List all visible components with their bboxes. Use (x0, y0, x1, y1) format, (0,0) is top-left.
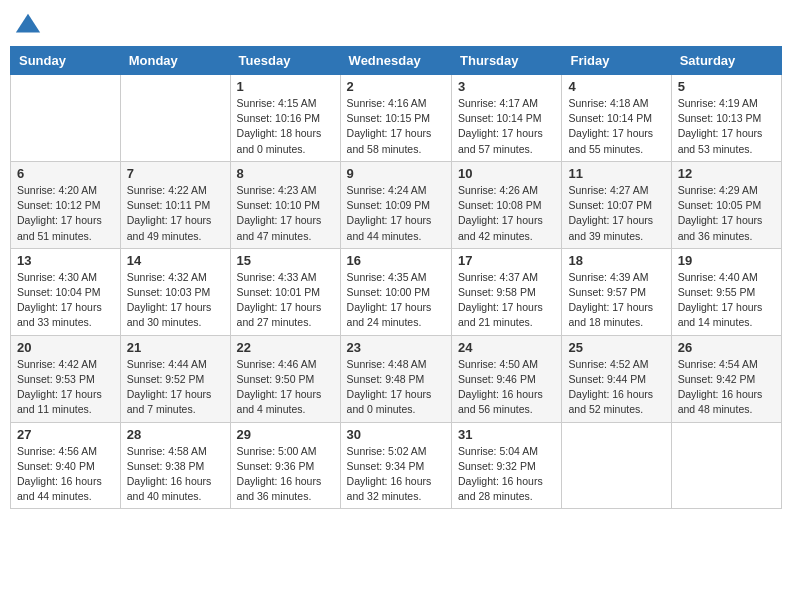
day-number: 18 (568, 253, 664, 268)
day-number: 31 (458, 427, 555, 442)
column-header-friday: Friday (562, 47, 671, 75)
day-content: Sunrise: 4:18 AM Sunset: 10:14 PM Daylig… (568, 96, 664, 157)
day-number: 29 (237, 427, 334, 442)
day-content: Sunrise: 4:54 AM Sunset: 9:42 PM Dayligh… (678, 357, 775, 418)
day-number: 6 (17, 166, 114, 181)
day-content: Sunrise: 5:04 AM Sunset: 9:32 PM Dayligh… (458, 444, 555, 505)
logo (14, 10, 46, 38)
calendar-cell: 29Sunrise: 5:00 AM Sunset: 9:36 PM Dayli… (230, 422, 340, 509)
day-content: Sunrise: 4:33 AM Sunset: 10:01 PM Daylig… (237, 270, 334, 331)
column-header-sunday: Sunday (11, 47, 121, 75)
day-number: 26 (678, 340, 775, 355)
page-header (10, 10, 782, 38)
day-number: 21 (127, 340, 224, 355)
day-number: 13 (17, 253, 114, 268)
calendar-cell: 24Sunrise: 4:50 AM Sunset: 9:46 PM Dayli… (452, 335, 562, 422)
day-number: 19 (678, 253, 775, 268)
day-number: 4 (568, 79, 664, 94)
calendar-cell: 7Sunrise: 4:22 AM Sunset: 10:11 PM Dayli… (120, 161, 230, 248)
calendar-cell: 25Sunrise: 4:52 AM Sunset: 9:44 PM Dayli… (562, 335, 671, 422)
day-number: 24 (458, 340, 555, 355)
day-content: Sunrise: 5:02 AM Sunset: 9:34 PM Dayligh… (347, 444, 445, 505)
calendar-cell: 3Sunrise: 4:17 AM Sunset: 10:14 PM Dayli… (452, 75, 562, 162)
logo-icon (14, 10, 42, 38)
day-number: 20 (17, 340, 114, 355)
calendar-week-row: 1Sunrise: 4:15 AM Sunset: 10:16 PM Dayli… (11, 75, 782, 162)
calendar-cell: 9Sunrise: 4:24 AM Sunset: 10:09 PM Dayli… (340, 161, 451, 248)
day-content: Sunrise: 4:27 AM Sunset: 10:07 PM Daylig… (568, 183, 664, 244)
calendar-cell: 5Sunrise: 4:19 AM Sunset: 10:13 PM Dayli… (671, 75, 781, 162)
calendar-cell (562, 422, 671, 509)
calendar-week-row: 27Sunrise: 4:56 AM Sunset: 9:40 PM Dayli… (11, 422, 782, 509)
calendar-week-row: 20Sunrise: 4:42 AM Sunset: 9:53 PM Dayli… (11, 335, 782, 422)
day-number: 17 (458, 253, 555, 268)
day-number: 22 (237, 340, 334, 355)
calendar-table: SundayMondayTuesdayWednesdayThursdayFrid… (10, 46, 782, 509)
calendar-cell (120, 75, 230, 162)
day-number: 3 (458, 79, 555, 94)
day-content: Sunrise: 4:35 AM Sunset: 10:00 PM Daylig… (347, 270, 445, 331)
calendar-cell: 28Sunrise: 4:58 AM Sunset: 9:38 PM Dayli… (120, 422, 230, 509)
day-content: Sunrise: 4:26 AM Sunset: 10:08 PM Daylig… (458, 183, 555, 244)
day-content: Sunrise: 4:46 AM Sunset: 9:50 PM Dayligh… (237, 357, 334, 418)
day-content: Sunrise: 4:37 AM Sunset: 9:58 PM Dayligh… (458, 270, 555, 331)
calendar-cell: 15Sunrise: 4:33 AM Sunset: 10:01 PM Dayl… (230, 248, 340, 335)
day-content: Sunrise: 4:44 AM Sunset: 9:52 PM Dayligh… (127, 357, 224, 418)
day-content: Sunrise: 4:30 AM Sunset: 10:04 PM Daylig… (17, 270, 114, 331)
calendar-cell: 14Sunrise: 4:32 AM Sunset: 10:03 PM Dayl… (120, 248, 230, 335)
calendar-cell: 6Sunrise: 4:20 AM Sunset: 10:12 PM Dayli… (11, 161, 121, 248)
calendar-cell: 21Sunrise: 4:44 AM Sunset: 9:52 PM Dayli… (120, 335, 230, 422)
day-content: Sunrise: 4:52 AM Sunset: 9:44 PM Dayligh… (568, 357, 664, 418)
day-number: 8 (237, 166, 334, 181)
calendar-cell: 27Sunrise: 4:56 AM Sunset: 9:40 PM Dayli… (11, 422, 121, 509)
day-number: 5 (678, 79, 775, 94)
calendar-cell: 8Sunrise: 4:23 AM Sunset: 10:10 PM Dayli… (230, 161, 340, 248)
day-content: Sunrise: 4:23 AM Sunset: 10:10 PM Daylig… (237, 183, 334, 244)
calendar-cell: 10Sunrise: 4:26 AM Sunset: 10:08 PM Dayl… (452, 161, 562, 248)
calendar-header-row: SundayMondayTuesdayWednesdayThursdayFrid… (11, 47, 782, 75)
calendar-week-row: 13Sunrise: 4:30 AM Sunset: 10:04 PM Dayl… (11, 248, 782, 335)
calendar-cell: 20Sunrise: 4:42 AM Sunset: 9:53 PM Dayli… (11, 335, 121, 422)
day-content: Sunrise: 4:19 AM Sunset: 10:13 PM Daylig… (678, 96, 775, 157)
calendar-cell: 19Sunrise: 4:40 AM Sunset: 9:55 PM Dayli… (671, 248, 781, 335)
day-content: Sunrise: 4:50 AM Sunset: 9:46 PM Dayligh… (458, 357, 555, 418)
calendar-cell: 31Sunrise: 5:04 AM Sunset: 9:32 PM Dayli… (452, 422, 562, 509)
day-number: 14 (127, 253, 224, 268)
calendar-cell: 23Sunrise: 4:48 AM Sunset: 9:48 PM Dayli… (340, 335, 451, 422)
day-content: Sunrise: 4:56 AM Sunset: 9:40 PM Dayligh… (17, 444, 114, 505)
day-number: 11 (568, 166, 664, 181)
day-content: Sunrise: 4:39 AM Sunset: 9:57 PM Dayligh… (568, 270, 664, 331)
calendar-cell: 18Sunrise: 4:39 AM Sunset: 9:57 PM Dayli… (562, 248, 671, 335)
day-number: 2 (347, 79, 445, 94)
day-number: 28 (127, 427, 224, 442)
calendar-cell: 26Sunrise: 4:54 AM Sunset: 9:42 PM Dayli… (671, 335, 781, 422)
column-header-tuesday: Tuesday (230, 47, 340, 75)
day-content: Sunrise: 4:17 AM Sunset: 10:14 PM Daylig… (458, 96, 555, 157)
day-number: 23 (347, 340, 445, 355)
calendar-cell: 30Sunrise: 5:02 AM Sunset: 9:34 PM Dayli… (340, 422, 451, 509)
day-number: 10 (458, 166, 555, 181)
calendar-cell: 13Sunrise: 4:30 AM Sunset: 10:04 PM Dayl… (11, 248, 121, 335)
day-number: 15 (237, 253, 334, 268)
day-number: 27 (17, 427, 114, 442)
day-number: 1 (237, 79, 334, 94)
day-content: Sunrise: 4:22 AM Sunset: 10:11 PM Daylig… (127, 183, 224, 244)
day-content: Sunrise: 4:24 AM Sunset: 10:09 PM Daylig… (347, 183, 445, 244)
calendar-cell: 1Sunrise: 4:15 AM Sunset: 10:16 PM Dayli… (230, 75, 340, 162)
day-content: Sunrise: 4:42 AM Sunset: 9:53 PM Dayligh… (17, 357, 114, 418)
day-content: Sunrise: 4:20 AM Sunset: 10:12 PM Daylig… (17, 183, 114, 244)
column-header-monday: Monday (120, 47, 230, 75)
day-number: 16 (347, 253, 445, 268)
calendar-cell (671, 422, 781, 509)
calendar-cell: 12Sunrise: 4:29 AM Sunset: 10:05 PM Dayl… (671, 161, 781, 248)
calendar-cell: 17Sunrise: 4:37 AM Sunset: 9:58 PM Dayli… (452, 248, 562, 335)
calendar-cell: 22Sunrise: 4:46 AM Sunset: 9:50 PM Dayli… (230, 335, 340, 422)
day-number: 9 (347, 166, 445, 181)
column-header-wednesday: Wednesday (340, 47, 451, 75)
day-content: Sunrise: 4:40 AM Sunset: 9:55 PM Dayligh… (678, 270, 775, 331)
day-number: 12 (678, 166, 775, 181)
column-header-thursday: Thursday (452, 47, 562, 75)
calendar-cell: 4Sunrise: 4:18 AM Sunset: 10:14 PM Dayli… (562, 75, 671, 162)
day-number: 7 (127, 166, 224, 181)
day-content: Sunrise: 4:48 AM Sunset: 9:48 PM Dayligh… (347, 357, 445, 418)
